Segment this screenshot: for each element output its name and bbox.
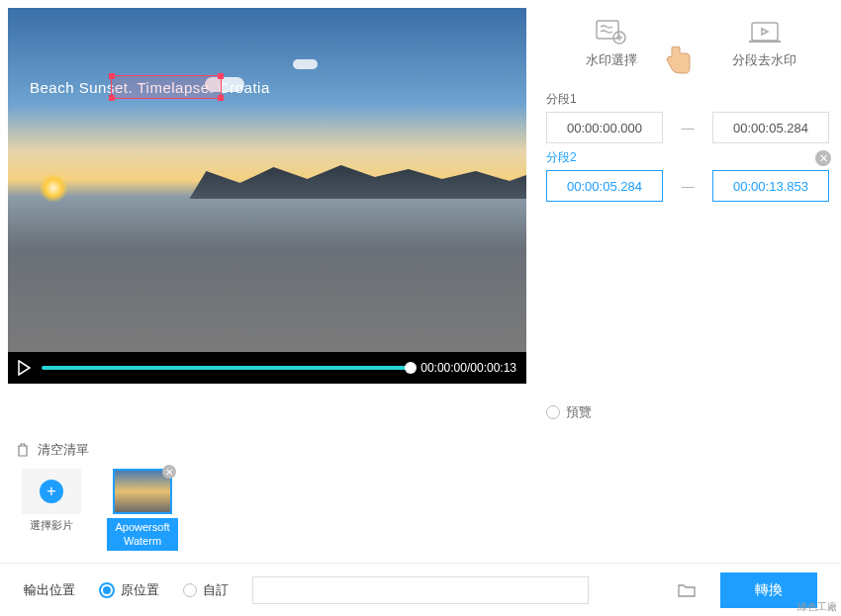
thumb-label: 選擇影片 — [30, 518, 73, 532]
progress-bar[interactable] — [42, 366, 411, 370]
segment-remove-icon — [747, 18, 783, 45]
segment-label: 分段1 — [546, 91, 829, 108]
tab-label: 水印選擇 — [586, 51, 637, 69]
remove-segment-button[interactable]: ✕ — [815, 150, 831, 166]
clear-list-button[interactable]: 清空清單 — [38, 441, 89, 459]
remove-thumbnail-button[interactable]: ✕ — [162, 465, 176, 479]
progress-handle[interactable] — [405, 362, 417, 374]
preview-label: 預覽 — [566, 403, 592, 421]
folder-icon[interactable] — [677, 581, 697, 599]
thumb-label: Apowersoft Waterm — [107, 518, 178, 551]
pointer-hand-icon — [656, 40, 696, 79]
add-video-button[interactable]: + — [22, 469, 81, 514]
trash-icon[interactable] — [16, 442, 30, 458]
plus-icon: + — [40, 480, 63, 503]
segment-label: 分段2 — [546, 149, 829, 166]
video-frame: Beach Sunset. Timelapse. Croatia — [8, 8, 526, 352]
video-preview: Beach Sunset. Timelapse. Croatia 00:00:0… — [8, 8, 526, 384]
custom-path-input[interactable] — [252, 576, 589, 604]
output-location-label: 輸出位置 — [24, 581, 75, 599]
play-button[interactable] — [18, 360, 32, 376]
watermark-selection-box[interactable] — [111, 75, 222, 99]
preview-radio[interactable] — [546, 405, 560, 419]
original-location-radio[interactable]: 原位置 — [99, 581, 159, 599]
segment-start-input[interactable] — [546, 112, 663, 143]
segment-start-input[interactable] — [546, 170, 663, 202]
segment-end-input[interactable] — [712, 170, 829, 202]
svg-rect-0 — [597, 21, 618, 39]
tab-label: 分段去水印 — [732, 51, 796, 69]
tab-segment-remove[interactable]: 分段去水印 — [688, 0, 841, 87]
time-display: 00:00:00/00:00:13 — [420, 361, 516, 375]
custom-location-radio[interactable]: 自訂 — [183, 581, 229, 599]
corner-watermark: 綠色工廠 — [797, 600, 837, 614]
segment-end-input[interactable] — [712, 112, 829, 143]
svg-rect-2 — [752, 23, 778, 41]
video-thumbnail[interactable]: ✕ — [113, 469, 172, 514]
watermark-select-icon — [594, 18, 629, 45]
